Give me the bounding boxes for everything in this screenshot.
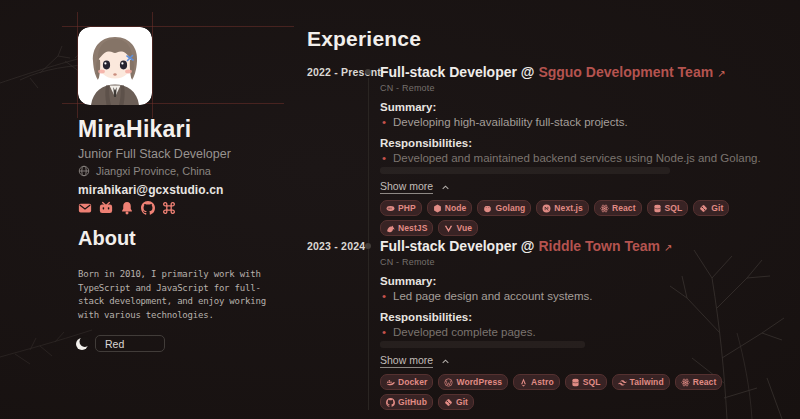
company-link[interactable]: Riddle Town Team (538, 238, 672, 254)
about-text: Born in 2010, I primarily work with Type… (78, 268, 266, 322)
location-text: Jiangxi Province, China (96, 165, 211, 177)
tag-docker: Docker (380, 374, 433, 390)
golang-icon (483, 204, 492, 213)
about-line: stack development, and enjoy working (78, 295, 266, 309)
wordpress-icon (444, 378, 453, 387)
about-heading: About (78, 227, 136, 250)
tag-label: Astro (531, 377, 554, 387)
responsibility-item: Developed complete pages. (380, 326, 772, 339)
summary-item: Developing high-availability full-stack … (380, 116, 772, 129)
social-links (78, 201, 176, 215)
entry-period: 2023 - 2024 (307, 240, 365, 252)
tag-sql: SQL (565, 374, 607, 390)
theme-controls: Red (74, 335, 165, 352)
sql-icon (571, 378, 580, 387)
timeline-dot (365, 243, 371, 249)
entry-role: Full-stack Developer @ (380, 238, 534, 254)
responsibilities-label: Responsibilities: (380, 137, 772, 150)
responsibility-text: Developed and maintained backend service… (393, 152, 761, 165)
moon-icon[interactable] (74, 336, 90, 352)
show-more-label: Show more (380, 354, 433, 368)
astro-icon (519, 378, 528, 387)
about-line: Born in 2010, I primarily work with (78, 268, 266, 282)
tag-label: React (693, 377, 717, 387)
about-line: TypeScript and JavaScript for full- (78, 282, 266, 296)
vue-icon (444, 224, 453, 233)
git-icon (444, 398, 453, 407)
summary-label: Summary: (380, 101, 772, 114)
tag-label: Tailwind (630, 377, 664, 387)
sql-icon (653, 204, 662, 213)
profile-title: Junior Full Stack Developer (78, 147, 231, 161)
tag-react: React (594, 200, 642, 216)
summary-text: Led page design and account systems. (393, 290, 592, 303)
bilibili-icon[interactable] (99, 201, 113, 215)
responsibility-item: Developed and maintained backend service… (380, 152, 772, 165)
chevron-up-icon (441, 357, 450, 366)
tag-git: Git (693, 200, 729, 216)
chevron-up-icon (441, 183, 450, 192)
tag-label: Golang (495, 203, 525, 213)
tag-label: SQL (665, 203, 683, 213)
bell-icon[interactable] (120, 201, 134, 215)
tag-label: Docker (398, 377, 427, 387)
faded-text-preview (380, 341, 585, 348)
tag-label: PHP (398, 203, 416, 213)
tag-label: React (612, 203, 636, 213)
github-icon[interactable] (141, 201, 155, 215)
tag-label: Vue (456, 223, 472, 233)
docker-icon (386, 378, 395, 387)
tag-astro: Astro (513, 374, 560, 390)
globe-icon (78, 165, 90, 177)
tag-golang: Golang (477, 200, 531, 216)
react-icon (681, 378, 690, 387)
avatar-guide-line (152, 12, 153, 118)
company-name: Sgguo Development Team (538, 64, 713, 80)
responsibility-text: Developed complete pages. (393, 326, 536, 339)
tag-label: Node (445, 203, 467, 213)
git-icon (699, 204, 708, 213)
tag-nextjs: Next.js (536, 200, 589, 216)
tag-label: Git (456, 397, 468, 407)
entry-title: Full-stack Developer @ Riddle Town Team (380, 238, 772, 256)
tech-tags: DockerWordPressAstroSQLTailwindReactGitH… (380, 374, 772, 410)
summary-text: Developing high-availability full-stack … (393, 116, 628, 129)
external-link-icon (717, 68, 725, 79)
summary-item: Led page design and account systems. (380, 290, 772, 303)
tag-react: React (675, 374, 723, 390)
entry-meta: CN - Remote (380, 83, 772, 93)
show-more-button[interactable]: Show more (380, 354, 450, 368)
theme-color-select[interactable]: Red (95, 335, 165, 352)
email-link[interactable]: mirahikari@gcxstudio.cn (78, 183, 223, 197)
external-link-icon (664, 242, 672, 253)
nestjs-icon (386, 224, 395, 233)
tech-tags: PHPNodeGolangNext.jsReactSQLGitNestJSVue (380, 200, 772, 236)
bullet-icon (382, 290, 386, 303)
entry-title: Full-stack Developer @ Sgguo Development… (380, 64, 772, 82)
tailwind-icon (618, 378, 627, 387)
company-name: Riddle Town Team (538, 238, 660, 254)
show-more-label: Show more (380, 180, 433, 194)
company-link[interactable]: Sgguo Development Team (538, 64, 725, 80)
about-line: with various technologies. (78, 309, 266, 323)
summary-label: Summary: (380, 275, 772, 288)
responsibilities-label: Responsibilities: (380, 311, 772, 324)
node-icon (433, 204, 442, 213)
tag-label: Next.js (554, 203, 583, 213)
nextjs-icon (542, 204, 551, 213)
command-icon[interactable] (162, 201, 176, 215)
location-row: Jiangxi Province, China (78, 165, 211, 177)
tag-label: NestJS (398, 223, 427, 233)
bullet-icon (382, 326, 386, 339)
php-icon (386, 204, 395, 213)
experience-entry: 2022 - Present Full-stack Developer @ Sg… (307, 60, 772, 236)
entry-content: Full-stack Developer @ Riddle Town Team … (380, 238, 772, 410)
show-more-button[interactable]: Show more (380, 180, 450, 194)
entry-meta: CN - Remote (380, 257, 772, 267)
tag-github: GitHub (380, 394, 433, 410)
mail-icon[interactable] (78, 201, 92, 215)
faded-text-preview (380, 167, 670, 174)
react-icon (600, 204, 609, 213)
tag-label: Git (711, 203, 723, 213)
experience-heading: Experience (307, 27, 421, 51)
